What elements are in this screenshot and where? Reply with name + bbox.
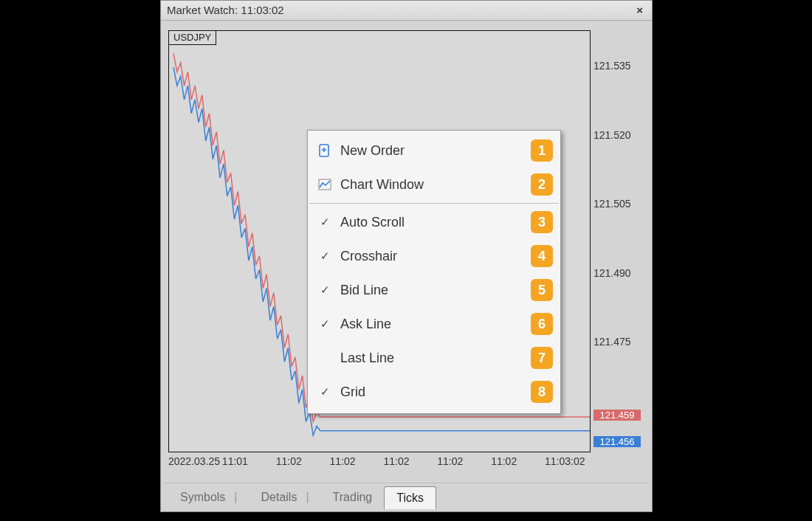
tab-bar: Symbols|Details|TradingTicks xyxy=(164,483,649,508)
menu-item-label: Bid Line xyxy=(336,283,531,298)
menu-item-crosshair[interactable]: ✓Crosshair4 xyxy=(308,239,560,273)
x-tick: 11:02 xyxy=(491,455,517,467)
menu-item-badge: 8 xyxy=(531,381,553,403)
x-axis: 2022.03.2511:0111:0211:0211:0211:0211:02… xyxy=(168,455,641,470)
new-order-icon xyxy=(314,143,336,158)
menu-item-label: Ask Line xyxy=(336,317,531,332)
x-tick: 11:01 xyxy=(222,455,248,467)
window-title: Market Watch: 11:03:02 xyxy=(167,1,284,20)
title-bar: Market Watch: 11:03:02 × xyxy=(161,1,652,21)
menu-item-chart-window[interactable]: Chart Window2 xyxy=(308,168,560,201)
menu-item-auto-scroll[interactable]: ✓Auto Scroll3 xyxy=(308,205,560,239)
menu-divider xyxy=(309,203,559,204)
check-icon: ✓ xyxy=(314,249,336,263)
menu-item-label: Last Line xyxy=(336,351,531,366)
x-tick: 11:02 xyxy=(383,455,409,467)
y-tick: 121.505 xyxy=(593,198,631,210)
y-axis: 121.535121.520121.505121.490121.475 xyxy=(593,30,647,451)
menu-item-badge: 3 xyxy=(531,211,553,233)
menu-item-label: Crosshair xyxy=(336,249,531,264)
check-icon: ✓ xyxy=(314,283,336,297)
tab-trading[interactable]: Trading xyxy=(321,486,385,508)
y-tick: 121.490 xyxy=(593,267,631,279)
menu-item-label: Grid xyxy=(336,384,531,400)
check-icon: ✓ xyxy=(314,317,336,331)
menu-item-label: New Order xyxy=(336,143,531,159)
bid-price-label: 121.456 xyxy=(593,436,641,447)
menu-item-new-order[interactable]: New Order1 xyxy=(308,134,560,168)
market-watch-panel: Market Watch: 11:03:02 × USDJPY 121.5351… xyxy=(160,0,653,512)
y-tick: 121.475 xyxy=(593,336,631,348)
menu-item-grid[interactable]: ✓Grid8 xyxy=(308,375,560,409)
menu-item-badge: 6 xyxy=(531,313,553,335)
check-icon: ✓ xyxy=(314,385,336,398)
menu-item-label: Auto Scroll xyxy=(336,215,531,230)
menu-item-badge: 1 xyxy=(531,139,553,162)
x-tick: 2022.03.25 xyxy=(168,455,220,467)
menu-item-last-line[interactable]: Last Line7 xyxy=(308,341,560,375)
chart-icon xyxy=(314,177,336,192)
menu-item-ask-line[interactable]: ✓Ask Line6 xyxy=(308,307,560,341)
x-tick: 11:02 xyxy=(276,455,302,467)
tab-symbols[interactable]: Symbols| xyxy=(168,486,250,508)
menu-item-label: Chart Window xyxy=(336,177,531,193)
check-icon: ✓ xyxy=(314,215,336,229)
tab-details[interactable]: Details| xyxy=(250,486,321,508)
tab-ticks[interactable]: Ticks xyxy=(384,486,436,509)
context-menu[interactable]: New Order1Chart Window2✓Auto Scroll3✓Cro… xyxy=(307,130,561,414)
ask-price-label: 121.459 xyxy=(593,410,641,421)
menu-item-badge: 2 xyxy=(531,173,553,196)
menu-item-badge: 4 xyxy=(531,245,553,267)
x-tick: 11:02 xyxy=(437,455,463,467)
menu-item-badge: 5 xyxy=(531,279,553,301)
menu-item-bid-line[interactable]: ✓Bid Line5 xyxy=(308,273,560,307)
y-tick: 121.535 xyxy=(593,60,631,72)
close-icon[interactable]: × xyxy=(633,1,646,20)
y-tick: 121.520 xyxy=(593,129,631,141)
x-tick: 11:03:02 xyxy=(545,455,585,467)
x-tick: 11:02 xyxy=(330,455,356,467)
menu-item-badge: 7 xyxy=(531,347,553,369)
